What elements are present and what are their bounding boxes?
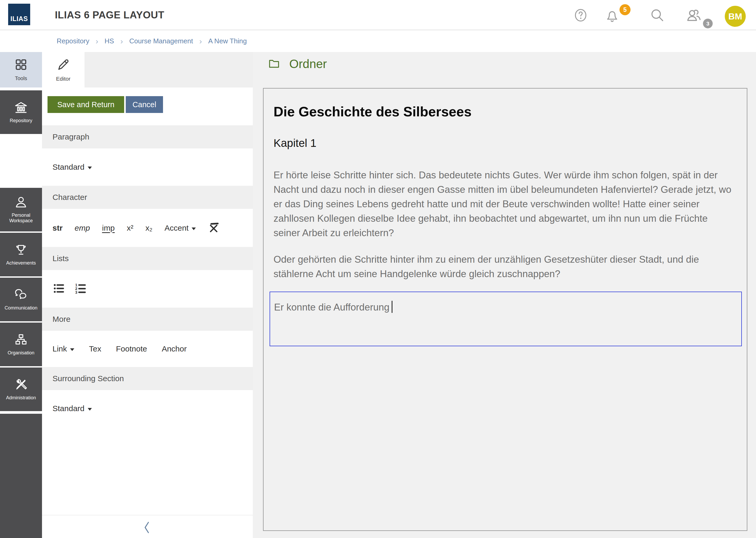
paragraph-style-dropdown[interactable]: Standard [53, 163, 92, 172]
breadcrumb-course-management[interactable]: Course Management [129, 37, 193, 45]
emphasis-button[interactable]: emp [74, 224, 90, 233]
section-character-header: Character [42, 186, 253, 209]
search-icon[interactable] [648, 0, 666, 30]
anchor-button[interactable]: Anchor [162, 345, 187, 353]
sidebar-item-achievements[interactable]: Achievements [0, 233, 42, 276]
clear-format-icon[interactable] [208, 222, 219, 234]
svg-text:3: 3 [75, 290, 77, 295]
link-dropdown[interactable]: Link [53, 345, 74, 353]
sidebar-item-administration[interactable]: Administration [0, 367, 42, 411]
sidebar-item-communication[interactable]: Communication [0, 278, 42, 321]
sidebar-item-repository[interactable]: Repository [0, 90, 42, 134]
breadcrumb-separator-icon: › [120, 37, 123, 46]
editing-text: Er konnte die Aufforderung [274, 302, 390, 313]
ilias-logo[interactable]: ILIAS [8, 4, 30, 25]
sidebar-item-tools[interactable]: Tools [0, 52, 42, 87]
breadcrumb-repository[interactable]: Repository [57, 37, 89, 45]
numbered-list-icon[interactable]: 1 2 3 [74, 282, 87, 296]
section-more-header: More [42, 308, 253, 331]
footnote-button[interactable]: Footnote [116, 345, 147, 353]
sidebar-item-personal-workspace[interactable]: Personal Workspace [0, 188, 42, 232]
tab-editor[interactable]: Editor [42, 52, 84, 87]
contacts-badge: 3 [703, 19, 713, 28]
collapse-panel-button[interactable] [140, 520, 154, 535]
editor-actions: Save and Return Cancel [42, 87, 253, 125]
section-character-row: str emp imp x² x₂ Accent [42, 209, 253, 247]
user-avatar[interactable]: BM [725, 6, 746, 27]
tex-button[interactable]: Tex [89, 345, 101, 353]
section-lists-row: 1 2 3 [42, 270, 253, 308]
trophy-icon [15, 243, 27, 257]
superscript-button[interactable]: x² [127, 224, 133, 233]
editor-tabstrip: Editor [42, 52, 253, 87]
save-and-return-button[interactable]: Save and Return [48, 96, 124, 113]
accent-dropdown[interactable]: Accent [165, 224, 196, 233]
chevron-down-icon [88, 408, 92, 410]
breadcrumb-hs[interactable]: HS [105, 37, 114, 45]
notifications-bell-icon[interactable] [604, 0, 621, 30]
text-cursor [392, 301, 393, 313]
sidebar-item-organisation[interactable]: Organisation [0, 323, 42, 366]
document-chapter: Kapitel 1 [273, 137, 735, 149]
section-lists-header: Lists [42, 247, 253, 270]
document-paragraph: Oder gehörten die Schritte hinter ihm zu… [273, 252, 736, 281]
notifications-badge: 5 [620, 4, 631, 15]
sidebar-item-label: Personal Workspace [1, 213, 41, 224]
ilias-logo-text: ILIAS [11, 15, 28, 23]
sidebar-item-label: Tools [15, 76, 27, 81]
section-surrounding-row: Standard [42, 390, 253, 427]
section-surrounding-header: Surrounding Section [42, 367, 253, 390]
top-header: ILIAS ILIAS 6 PAGE LAYOUT 5 [0, 0, 756, 30]
sidebar-item-label: Administration [6, 395, 36, 401]
document-box: Die Geschichte des Silbersees Kapitel 1 … [263, 88, 747, 531]
tools-grid-icon [15, 58, 27, 72]
important-button[interactable]: imp [102, 224, 115, 233]
contacts-icon[interactable] [684, 0, 703, 30]
document-paragraph: Er hörte leise Schritte hinter sich. Das… [273, 168, 736, 240]
sidebar-item-label: Organisation [8, 350, 34, 356]
subscript-button[interactable]: x₂ [145, 224, 153, 233]
sidebar-item-label: Repository [10, 118, 32, 124]
breadcrumb: Repository › HS › Course Management › A … [57, 30, 247, 52]
editor-panel: Editor Save and Return Cancel Paragraph … [42, 52, 253, 538]
section-paragraph-row: Standard [42, 148, 253, 186]
content-title: Ordner [289, 57, 327, 71]
document-title: Die Geschichte des Silbersees [273, 104, 735, 120]
main-content: Ordner Die Geschichte des Silbersees Kap… [253, 52, 756, 538]
org-chart-icon [15, 333, 27, 347]
surrounding-style-dropdown[interactable]: Standard [53, 404, 92, 413]
folder-icon [268, 57, 280, 71]
active-edit-area[interactable]: Er konnte die Aufforderung [269, 292, 742, 346]
panel-divider [42, 515, 253, 515]
content-header: Ordner [268, 57, 327, 71]
sidebar-item-label: Achievements [6, 260, 36, 266]
bullet-list-icon[interactable] [53, 282, 65, 296]
breadcrumb-a-new-thing[interactable]: A New Thing [208, 37, 247, 45]
pencil-icon [56, 58, 71, 73]
strong-button[interactable]: str [53, 224, 63, 233]
person-icon [15, 196, 27, 209]
sidebar-item-label: Communication [4, 305, 37, 311]
crossed-tools-icon [15, 378, 27, 392]
chevron-down-icon [70, 348, 74, 351]
chevron-down-icon [88, 167, 92, 169]
breadcrumb-separator-icon: › [96, 37, 98, 46]
page-title: ILIAS 6 PAGE LAYOUT [55, 0, 164, 30]
section-paragraph-header: Paragraph [42, 125, 253, 148]
tab-editor-label: Editor [56, 76, 71, 82]
chevron-down-icon [192, 228, 196, 230]
breadcrumb-separator-icon: › [199, 37, 202, 46]
repository-bank-icon [14, 101, 28, 115]
help-icon[interactable] [572, 0, 589, 30]
main-sidebar: Tools Repository Personal W [0, 52, 42, 538]
ilias-page: ILIAS ILIAS 6 PAGE LAYOUT 5 [0, 0, 756, 538]
cancel-button[interactable]: Cancel [126, 96, 163, 113]
section-more-row: Link Tex Footnote Anchor [42, 331, 253, 367]
sidebar-filler [0, 414, 42, 538]
chat-bubbles-icon [14, 289, 28, 302]
chevron-left-icon [143, 521, 152, 534]
